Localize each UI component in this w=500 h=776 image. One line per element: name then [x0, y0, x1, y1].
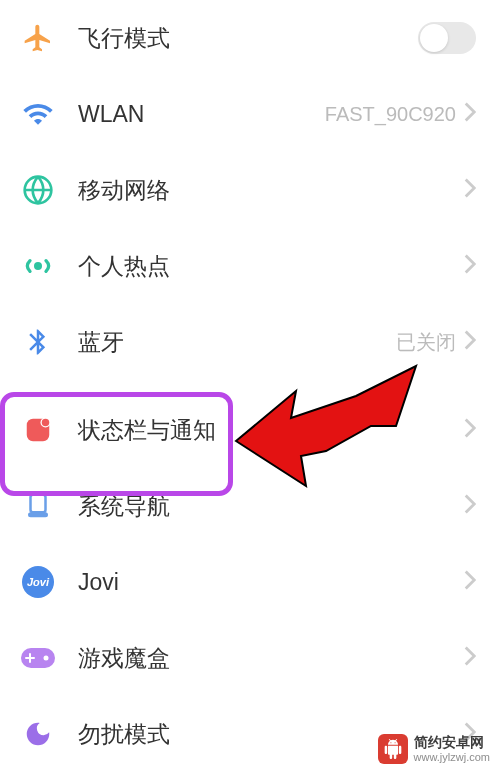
- watermark-title: 简约安卓网: [414, 735, 490, 750]
- item-gamebox[interactable]: 游戏魔盒: [0, 620, 500, 696]
- item-mobile-network[interactable]: 移动网络: [0, 152, 500, 228]
- jovi-badge: Jovi: [22, 566, 54, 598]
- navigation-label: 系统导航: [78, 491, 464, 522]
- toggle-knob: [420, 24, 448, 52]
- gamebox-label: 游戏魔盒: [78, 643, 464, 674]
- watermark-text: 简约安卓网 www.jylzwj.com: [414, 735, 490, 762]
- mobile-label: 移动网络: [78, 175, 464, 206]
- chevron-right-icon: [464, 494, 476, 518]
- section-divider: [0, 380, 500, 392]
- statusbar-label: 状态栏与通知: [78, 415, 464, 446]
- chevron-right-icon: [464, 254, 476, 278]
- bluetooth-icon: [20, 324, 56, 360]
- item-hotspot[interactable]: 个人热点: [0, 228, 500, 304]
- airplane-toggle[interactable]: [418, 22, 476, 54]
- chevron-right-icon: [464, 330, 476, 354]
- item-bluetooth[interactable]: 蓝牙 已关闭: [0, 304, 500, 380]
- bluetooth-value: 已关闭: [396, 329, 456, 356]
- gamepad-icon: [20, 640, 56, 676]
- chevron-right-icon: [464, 570, 476, 594]
- chevron-right-icon: [464, 102, 476, 126]
- svg-point-1: [34, 262, 42, 270]
- wifi-icon: [20, 96, 56, 132]
- watermark: 简约安卓网 www.jylzwj.com: [378, 734, 490, 764]
- item-statusbar[interactable]: 状态栏与通知: [0, 392, 500, 468]
- airplane-label: 飞行模式: [78, 23, 418, 54]
- navigation-icon: [20, 488, 56, 524]
- jovi-label: Jovi: [78, 569, 464, 596]
- item-jovi[interactable]: Jovi Jovi: [0, 544, 500, 620]
- hotspot-label: 个人热点: [78, 251, 464, 282]
- notification-icon: [20, 412, 56, 448]
- svg-rect-5: [31, 495, 46, 513]
- jovi-icon: Jovi: [20, 564, 56, 600]
- svg-point-8: [44, 656, 49, 661]
- item-system-navigation[interactable]: 系统导航: [0, 468, 500, 544]
- svg-rect-6: [28, 512, 48, 517]
- chevron-right-icon: [464, 646, 476, 670]
- item-airplane-mode[interactable]: 飞行模式: [0, 0, 500, 76]
- item-wlan[interactable]: WLAN FAST_90C920: [0, 76, 500, 152]
- airplane-icon: [20, 20, 56, 56]
- watermark-url: www.jylzwj.com: [414, 751, 490, 763]
- moon-icon: [20, 716, 56, 752]
- wlan-label: WLAN: [78, 101, 325, 128]
- settings-list: 飞行模式 WLAN FAST_90C920 移动网络 个人热点: [0, 0, 500, 772]
- globe-icon: [20, 172, 56, 208]
- chevron-right-icon: [464, 178, 476, 202]
- chevron-right-icon: [464, 418, 476, 442]
- wlan-value: FAST_90C920: [325, 103, 456, 126]
- hotspot-icon: [20, 248, 56, 284]
- android-icon: [378, 734, 408, 764]
- svg-point-4: [42, 419, 50, 427]
- bluetooth-label: 蓝牙: [78, 327, 396, 358]
